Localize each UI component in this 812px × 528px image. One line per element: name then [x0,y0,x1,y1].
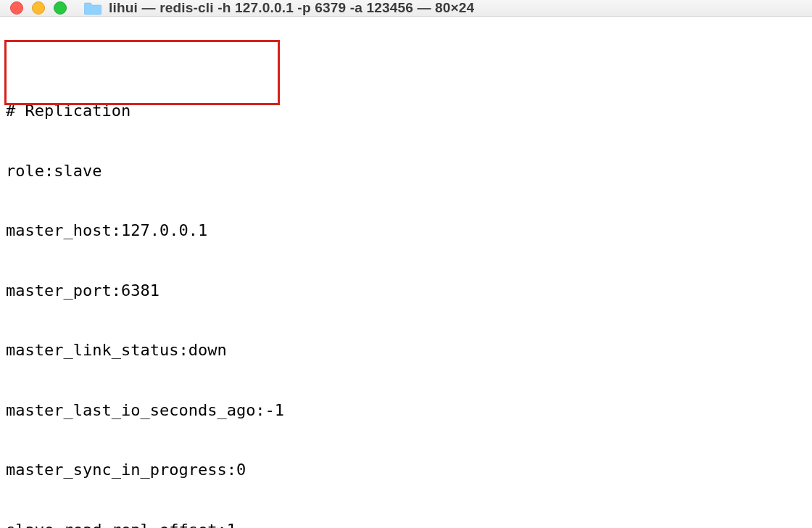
output-line: master_link_status:down [6,340,806,360]
output-line: master_host:127.0.0.1 [6,220,806,241]
output-line: role:slave [6,161,806,181]
window-title: lihui — redis-cli -h 127.0.0.1 -p 6379 -… [109,0,474,16]
zoom-icon[interactable] [54,1,67,15]
close-icon[interactable] [10,1,23,15]
traffic-lights [10,1,67,15]
minimize-icon[interactable] [32,1,45,15]
highlight-annotation [4,40,280,105]
folder-icon [84,1,102,15]
output-line: master_last_io_seconds_ago:-1 [6,400,806,421]
terminal-output[interactable]: # Replication role:slave master_host:127… [0,17,812,528]
terminal-window: lihui — redis-cli -h 127.0.0.1 -p 6379 -… [0,0,812,528]
output-line: # Replication [6,101,806,121]
output-line: master_port:6381 [6,281,806,301]
output-line: slave_read_repl_offset:1 [6,520,806,529]
output-line: master_sync_in_progress:0 [6,460,806,480]
titlebar: lihui — redis-cli -h 127.0.0.1 -p 6379 -… [0,0,812,17]
